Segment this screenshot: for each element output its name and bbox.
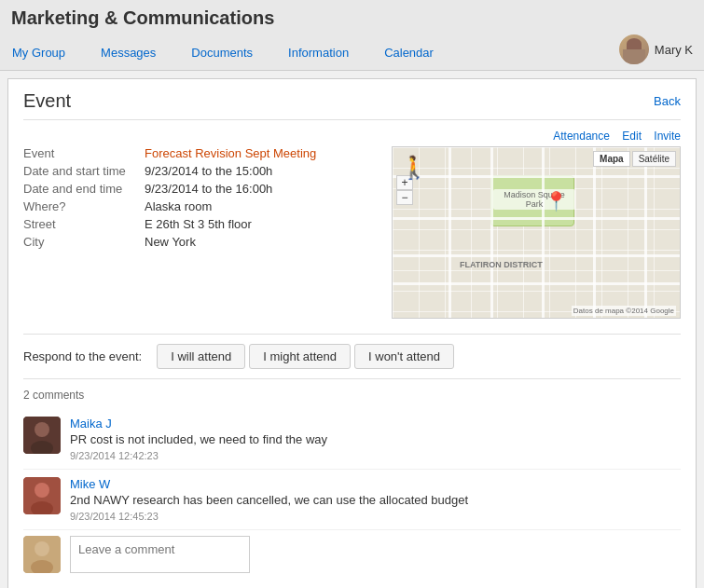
app-header: Marketing & Communications My Group Mess… <box>0 0 704 71</box>
map-street-h1 <box>393 175 681 178</box>
comment-avatar-current-user <box>23 536 61 573</box>
map-street-v4 <box>593 147 596 319</box>
comment-time-2: 9/23/2014 12:45:23 <box>70 511 681 522</box>
avatar-maika <box>23 417 61 454</box>
map-street-v2 <box>490 147 493 319</box>
respond-buttons: I will attend I might attend I won't att… <box>157 344 454 369</box>
event-where: Alaska room <box>145 199 212 213</box>
app-container: Marketing & Communications My Group Mess… <box>0 0 704 588</box>
map-street-v1 <box>449 147 451 319</box>
page-title: Event <box>23 90 71 112</box>
attendance-link[interactable]: Attendance <box>553 130 610 143</box>
map-footer: Datos de mapa ©2014 Google <box>572 306 676 316</box>
comment-text-2: 2nd NAWY research has been cancelled, we… <box>70 493 681 507</box>
zoom-out-button[interactable]: − <box>396 190 413 205</box>
avatar-mike <box>23 477 61 514</box>
map-district-label: FLATIRON DISTRICT <box>458 259 545 270</box>
map-pin: 📍 <box>545 190 568 212</box>
might-attend-button[interactable]: I might attend <box>249 344 351 369</box>
label-where: Where? <box>23 199 145 213</box>
back-button[interactable]: Back <box>654 94 681 108</box>
map-btn-satelite[interactable]: Satélite <box>632 151 676 167</box>
app-title: Marketing & Communications <box>11 7 693 29</box>
event-details: Event Forecast Revision Sept Meeting Dat… <box>23 146 377 319</box>
detail-row-event: Event Forecast Revision Sept Meeting <box>23 146 377 160</box>
map-street-h2 <box>393 217 681 220</box>
detail-row-where: Where? Alaska room <box>23 199 377 213</box>
label-date-start: Date and start time <box>23 164 145 178</box>
event-date-end: 9/23/2014 to the 16:00h <box>145 182 272 196</box>
respond-label: Respond to the event: <box>23 349 142 363</box>
svg-point-1 <box>35 422 49 437</box>
comment-author-2[interactable]: Mike W <box>70 477 681 491</box>
label-city: City <box>23 235 145 249</box>
event-date-start: 9/23/2014 to the 15:00h <box>145 164 272 178</box>
map-btn-mapa[interactable]: Mapa <box>593 151 630 167</box>
user-area: Mary K <box>619 34 693 70</box>
event-street: E 26th St 3 5th floor <box>145 217 252 231</box>
label-date-end: Date and end time <box>23 182 145 196</box>
nav-item-my-group[interactable]: My Group <box>11 39 83 65</box>
comment-input-wrapper <box>70 536 681 576</box>
map-street-v5 <box>644 147 647 319</box>
comment-item: Mike W 2nd NAWY research has been cancel… <box>23 470 681 530</box>
comment-body-2: Mike W 2nd NAWY research has been cancel… <box>70 477 681 522</box>
comments-count: 2 comments <box>23 389 681 402</box>
map-person-icon: 🚶 <box>400 155 428 181</box>
label-event: Event <box>23 146 145 160</box>
comment-item: Maika J PR cost is not included, we need… <box>23 409 681 470</box>
detail-row-date-end: Date and end time 9/23/2014 to the 16:00… <box>23 182 377 196</box>
label-street: Street <box>23 217 145 231</box>
respond-section: Respond to the event: I will attend I mi… <box>23 334 681 379</box>
wont-attend-button[interactable]: I won't attend <box>354 344 454 369</box>
page-title-row: Event Back <box>23 90 681 120</box>
invite-link[interactable]: Invite <box>654 130 681 143</box>
map-street-h4 <box>393 282 681 285</box>
svg-point-4 <box>35 483 49 498</box>
nav-item-messages[interactable]: Messages <box>83 39 173 65</box>
map-street-h3 <box>393 254 681 257</box>
nav-item-documents[interactable]: Documents <box>173 39 270 65</box>
event-city: New York <box>145 235 196 249</box>
svg-point-7 <box>35 541 49 556</box>
event-name: Forecast Revision Sept Meeting <box>145 146 316 160</box>
detail-row-city: City New York <box>23 235 377 249</box>
avatar <box>619 34 649 64</box>
comment-avatar-mike <box>23 477 61 514</box>
comment-input[interactable] <box>70 536 250 573</box>
event-area: Event Forecast Revision Sept Meeting Dat… <box>23 146 681 319</box>
avatar-user <box>23 536 61 573</box>
map-container: Madison Square Park FLATIRON DISTRICT 📍 … <box>392 146 681 319</box>
detail-row-street: Street E 26th St 3 5th floor <box>23 217 377 231</box>
event-map: Madison Square Park FLATIRON DISTRICT 📍 … <box>392 146 681 319</box>
comment-input-row <box>23 536 681 576</box>
comment-body-1: Maika J PR cost is not included, we need… <box>70 417 681 461</box>
user-name: Mary K <box>655 43 693 57</box>
comment-time-1: 9/23/2014 12:42:23 <box>70 450 681 461</box>
comment-author-1[interactable]: Maika J <box>70 417 681 431</box>
nav-item-calendar[interactable]: Calendar <box>366 39 451 65</box>
detail-row-date-start: Date and start time 9/23/2014 to the 15:… <box>23 164 377 178</box>
map-street-v3 <box>542 147 545 319</box>
will-attend-button[interactable]: I will attend <box>157 344 245 369</box>
edit-link[interactable]: Edit <box>622 130 642 143</box>
action-links: Attendance Edit Invite <box>23 130 681 143</box>
comment-text-1: PR cost is not included, we need to find… <box>70 432 681 446</box>
nav-bar: My Group Messages Documents Information … <box>11 34 693 70</box>
nav-item-information[interactable]: Information <box>270 39 366 65</box>
main-content: Event Back Attendance Edit Invite Event … <box>7 78 697 588</box>
map-controls: Mapa Satélite <box>593 151 676 167</box>
map-background: Madison Square Park FLATIRON DISTRICT 📍 … <box>393 147 680 318</box>
comment-avatar-maika <box>23 417 61 454</box>
